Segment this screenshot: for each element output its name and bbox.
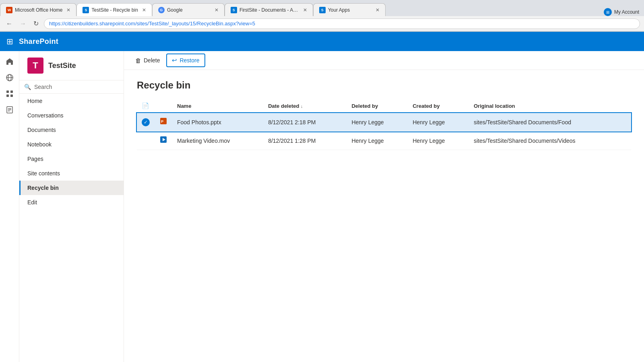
tab-title-5: Your Apps — [328, 7, 372, 13]
row1-deleted-by: Henry Legge — [347, 113, 408, 132]
sidebar-item-label-conversations: Conversations — [27, 112, 64, 119]
tab-your-apps[interactable]: S Your Apps ✕ — [313, 3, 386, 16]
tab-testsite-recycle[interactable]: S TestSite - Recycle bin ✕ — [76, 3, 152, 16]
back-button[interactable]: ← — [4, 19, 14, 28]
account-icon: ⊞ — [604, 8, 612, 16]
row1-name[interactable]: Food Photos.pptx — [172, 113, 263, 132]
sidebar-item-label-notebook: Notebook — [27, 141, 52, 148]
svg-text:P: P — [161, 119, 163, 123]
col-header-deleted-by[interactable]: Deleted by — [347, 99, 408, 113]
sidebar-item-conversations[interactable]: Conversations — [19, 108, 124, 123]
col-header-file-icon: 📄 — [142, 102, 149, 109]
tab-bar: W Microsoft Office Home ✕ S TestSite - R… — [0, 0, 644, 16]
main-layout: T TestSite 🔍 Search Home Conversations D… — [0, 51, 644, 362]
restore-icon: ↩ — [172, 57, 177, 64]
tab-close-4[interactable]: ✕ — [303, 7, 307, 13]
sidebar-item-label-pages: Pages — [27, 156, 43, 162]
sidebar-item-pages[interactable]: Pages — [19, 152, 124, 166]
row1-file-icon: P — [155, 113, 172, 132]
tab-close-1[interactable]: ✕ — [66, 7, 70, 13]
sidebar-item-notebook[interactable]: Notebook — [19, 137, 124, 152]
sort-icon: ↓ — [301, 104, 303, 109]
tab-title-4: FirstSite - Documents - All Docu... — [239, 7, 299, 13]
row2-name[interactable]: Marketing Video.mov — [172, 132, 263, 150]
tab-favicon-3: G — [158, 7, 165, 13]
refresh-button[interactable]: ↻ — [31, 19, 41, 28]
svg-rect-3 — [6, 90, 9, 93]
tab-favicon-2: S — [83, 7, 89, 13]
sidebar-item-label-recycle-bin: Recycle bin — [27, 185, 59, 191]
global-nav — [0, 51, 19, 362]
global-nav-notes-icon[interactable] — [2, 103, 17, 117]
row1-date-deleted: 8/12/2021 2:18 PM — [263, 113, 347, 132]
file-table: 📄 Name Date deleted ↓ Deleted by — [137, 99, 631, 150]
global-nav-apps-icon[interactable] — [2, 86, 17, 101]
col-header-checkbox[interactable]: 📄 — [137, 99, 155, 113]
sidebar-item-label-site-contents: Site contents — [27, 170, 60, 177]
row2-file-icon — [155, 132, 172, 150]
restore-button[interactable]: ↩ Restore — [166, 53, 205, 67]
site-nav: T TestSite 🔍 Search Home Conversations D… — [19, 51, 124, 362]
row2-original-location: sites/TestSite/Shared Documents/Videos — [469, 132, 631, 150]
tab-favicon-4: S — [231, 7, 237, 13]
sidebar-item-documents[interactable]: Documents — [19, 123, 124, 137]
col-header-icon — [155, 99, 172, 113]
sidebar-item-home[interactable]: Home — [19, 94, 124, 108]
tab-title-1: Microsoft Office Home — [15, 7, 62, 13]
tab-title-2: TestSite - Recycle bin — [91, 7, 138, 13]
global-nav-sites-icon[interactable] — [2, 70, 17, 85]
forward-button[interactable]: → — [18, 19, 28, 28]
tab-close-5[interactable]: ✕ — [376, 7, 380, 13]
my-account-label[interactable]: My Account — [614, 9, 639, 15]
row2-deleted-by: Henry Legge — [347, 132, 408, 150]
col-header-name[interactable]: Name — [172, 99, 263, 113]
sidebar-item-recycle-bin[interactable]: Recycle bin — [19, 181, 124, 195]
row2-checkbox[interactable] — [137, 132, 155, 150]
row1-checkbox[interactable]: ✓ — [137, 113, 155, 132]
search-label: Search — [34, 84, 52, 90]
col-header-created-by[interactable]: Created by — [408, 99, 469, 113]
search-icon: 🔍 — [24, 84, 31, 90]
tab-google[interactable]: G Google ✕ — [152, 3, 225, 16]
row1-original-location: sites/TestSite/Shared Documents/Food — [469, 113, 631, 132]
sidebar-item-label-home: Home — [27, 98, 42, 104]
table-row[interactable]: Marketing Video.mov 8/12/2021 1:28 PM He… — [137, 132, 631, 150]
svg-rect-5 — [6, 95, 9, 97]
sidebar-item-site-contents[interactable]: Site contents — [19, 166, 124, 181]
tab-firstsite-docs[interactable]: S FirstSite - Documents - All Docu... ✕ — [225, 3, 313, 16]
site-logo: T — [27, 58, 43, 74]
delete-button[interactable]: 🗑 Delete — [130, 55, 165, 66]
col-header-date-deleted[interactable]: Date deleted ↓ — [263, 99, 347, 113]
edit-link[interactable]: Edit — [19, 195, 124, 210]
content-container: 🗑 Delete ↩ Restore Recycle bin 📄 — [124, 51, 644, 362]
trash-icon: 🗑 — [135, 57, 141, 64]
waffle-icon[interactable]: ⊞ — [5, 35, 15, 48]
check-circle-icon: ✓ — [142, 118, 150, 126]
sidebar-item-label-documents: Documents — [27, 127, 56, 133]
svg-rect-6 — [10, 95, 13, 97]
content-area: Recycle bin 📄 Name Date deleted ↓ — [124, 70, 644, 362]
delete-label: Delete — [144, 57, 160, 64]
page-title: Recycle bin — [137, 80, 631, 91]
restore-label: Restore — [180, 57, 199, 64]
toolbar: 🗑 Delete ↩ Restore — [124, 51, 644, 70]
tab-microsoft-office[interactable]: W Microsoft Office Home ✕ — [0, 3, 76, 16]
tab-favicon-5: S — [319, 7, 326, 13]
site-title: TestSite — [48, 62, 76, 70]
search-bar[interactable]: 🔍 Search — [19, 80, 124, 94]
table-row[interactable]: ✓ P Food Photos.pptx 8/12/2021 2:18 PM H… — [137, 113, 631, 132]
edit-label: Edit — [27, 199, 37, 206]
row2-created-by: Henry Legge — [408, 132, 469, 150]
table-header-row: 📄 Name Date deleted ↓ Deleted by — [137, 99, 631, 113]
address-input[interactable] — [44, 19, 640, 29]
sharepoint-header: ⊞ SharePoint — [0, 32, 644, 51]
global-nav-home-icon[interactable] — [2, 54, 17, 69]
pptx-icon: P — [159, 119, 167, 127]
tab-close-2[interactable]: ✕ — [142, 7, 146, 13]
row1-created-by: Henry Legge — [408, 113, 469, 132]
video-icon — [159, 136, 167, 145]
col-header-original-location[interactable]: Original location — [469, 99, 631, 113]
tab-close-3[interactable]: ✕ — [215, 7, 219, 13]
site-header-area: T TestSite — [19, 51, 124, 80]
sharepoint-logo: SharePoint — [19, 37, 58, 46]
